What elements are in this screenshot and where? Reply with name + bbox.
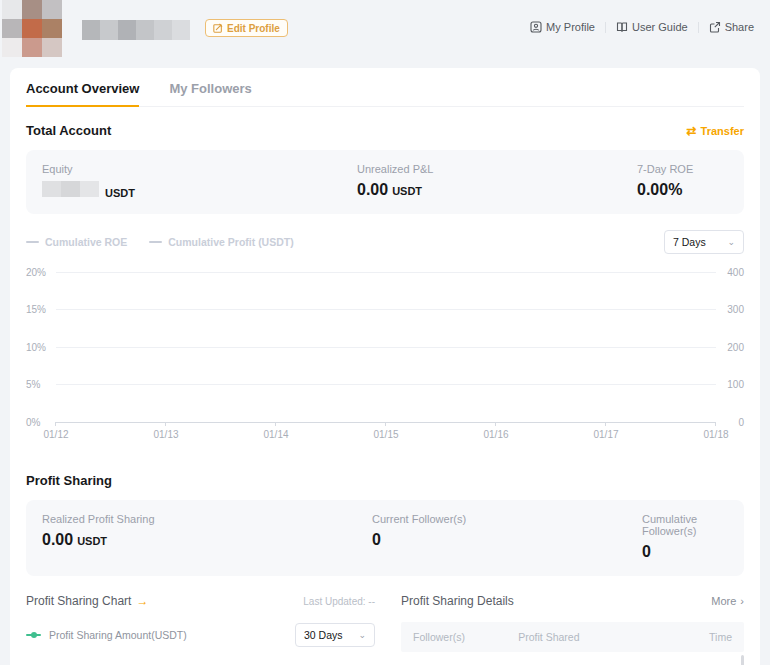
tab-account-overview[interactable]: Account Overview [26, 81, 139, 107]
gridline [56, 422, 716, 423]
arrow-right-icon: → [136, 594, 148, 608]
line-marker-icon [26, 241, 39, 243]
tab-bar: Account Overview My Followers [26, 68, 744, 107]
legend-cumulative-roe[interactable]: Cumulative ROE [26, 236, 127, 248]
legend-profit-sharing-amount[interactable]: Profit Sharing Amount(USDT) [26, 629, 187, 641]
axis-tick [165, 422, 166, 426]
x-axis-label: 01/15 [373, 429, 398, 440]
y-axis-right-label: 200 [716, 342, 744, 353]
y-axis-left-label: 20% [26, 267, 56, 278]
stat-cumulative-followers: Cumulative Follower(s) 0 [642, 513, 728, 561]
axis-tick [385, 422, 386, 426]
details-column-header: Time [709, 631, 732, 643]
x-axis-label: 01/13 [153, 429, 178, 440]
share-icon [709, 21, 721, 33]
x-axis-label: 01/16 [483, 429, 508, 440]
book-icon [616, 21, 628, 33]
profit-sharing-stats: Realized Profit Sharing 0.00 USDT Curren… [26, 500, 744, 576]
profit-sharing-chart-link[interactable]: Profit Sharing Chart → [26, 594, 148, 608]
line-marker-icon [149, 241, 162, 243]
x-axis-label: 01/17 [593, 429, 618, 440]
stat-equity: Equity USDT [42, 163, 357, 199]
gridline-row: 5%100 [26, 378, 744, 392]
x-axis-label: 01/18 [703, 429, 728, 440]
profit-sharing-details-title: Profit Sharing Details [401, 594, 514, 608]
gridline [56, 384, 716, 385]
axis-tick [605, 422, 606, 426]
stat-7day-roe: 7-Day ROE 0.00% [637, 163, 728, 199]
y-axis-right-label: 400 [716, 267, 744, 278]
roe-profit-chart: 20%40015%30010%2005%1000%0 [26, 272, 744, 422]
y-axis-right-label: 100 [716, 379, 744, 390]
x-axis-label: 01/14 [263, 429, 288, 440]
equity-value-redacted [42, 181, 99, 197]
header-links: My Profile User Guide Share [530, 21, 754, 33]
my-profile-link[interactable]: My Profile [530, 21, 595, 33]
stat-current-followers: Current Follower(s) 0 [372, 513, 642, 561]
axis-tick [55, 422, 56, 426]
total-account-title: Total Account [26, 123, 111, 138]
details-table-body [401, 652, 744, 665]
details-column-header: Follower(s) [413, 631, 518, 643]
transfer-button[interactable]: ⇄ Transfer [687, 125, 744, 137]
profit-sharing-title: Profit Sharing [26, 473, 112, 488]
line-dot-marker-icon [26, 634, 41, 636]
roe-range-select[interactable]: 7 Days ⌄ [664, 230, 744, 254]
page-header: Edit Profile My Profile User Guide [0, 0, 770, 62]
chart-legend: Cumulative ROE Cumulative Profit (USDT) [26, 236, 294, 248]
transfer-icon: ⇄ [687, 125, 697, 137]
total-account-stats: Equity USDT Unrealized P&L 0.00 USDT 7-D… [26, 150, 744, 214]
gridline [56, 309, 716, 310]
y-axis-left-label: 10% [26, 342, 56, 353]
profit-range-select[interactable]: 30 Days ⌄ [295, 623, 375, 647]
main-panel: Account Overview My Followers Total Acco… [10, 68, 760, 665]
edit-icon [213, 23, 223, 33]
axis-tick [715, 422, 716, 426]
profile-card-icon [530, 21, 542, 33]
y-axis-right-label: 0 [716, 417, 744, 428]
divider [605, 22, 606, 33]
edit-profile-button[interactable]: Edit Profile [205, 19, 288, 37]
avatar [2, 0, 62, 57]
y-axis-left-label: 5% [26, 379, 56, 390]
x-axis-line: 0%0 [26, 415, 744, 429]
legend-cumulative-profit[interactable]: Cumulative Profit (USDT) [149, 236, 293, 248]
user-guide-link[interactable]: User Guide [616, 21, 688, 33]
x-axis-label: 01/12 [43, 429, 68, 440]
last-updated-label: Last Updated: -- [303, 596, 375, 607]
scrollbar-thumb[interactable] [741, 655, 744, 665]
gridline [56, 347, 716, 348]
y-axis-right-label: 300 [716, 304, 744, 315]
divider [698, 22, 699, 33]
x-axis-labels: 01/1201/1301/1401/1501/1601/1701/18 [56, 429, 716, 443]
stat-unrealized-pnl: Unrealized P&L 0.00 USDT [357, 163, 637, 199]
axis-tick [275, 422, 276, 426]
profit-sharing-chart-panel: Profit Sharing Chart → Last Updated: -- … [26, 594, 375, 665]
gridline-row: 10%200 [26, 340, 744, 354]
gridline [56, 272, 716, 273]
username-redacted [82, 20, 190, 40]
chevron-down-icon: ⌄ [358, 630, 366, 640]
details-table-header: Follower(s)Profit SharedTime [401, 622, 744, 652]
y-axis-left-label: 15% [26, 304, 56, 315]
stat-realized-profit: Realized Profit Sharing 0.00 USDT [42, 513, 372, 561]
chevron-down-icon: ⌄ [727, 237, 735, 247]
y-axis-left-label: 0% [26, 417, 56, 428]
profit-sharing-details-panel: Profit Sharing Details More › Follower(s… [401, 594, 744, 665]
more-link[interactable]: More › [711, 595, 744, 607]
chevron-right-icon: › [740, 595, 744, 607]
details-column-header: Profit Shared [518, 631, 709, 643]
share-link[interactable]: Share [709, 21, 754, 33]
axis-tick [495, 422, 496, 426]
gridline-row: 20%400 [26, 265, 744, 279]
tab-my-followers[interactable]: My Followers [169, 81, 251, 106]
gridline-row: 15%300 [26, 303, 744, 317]
